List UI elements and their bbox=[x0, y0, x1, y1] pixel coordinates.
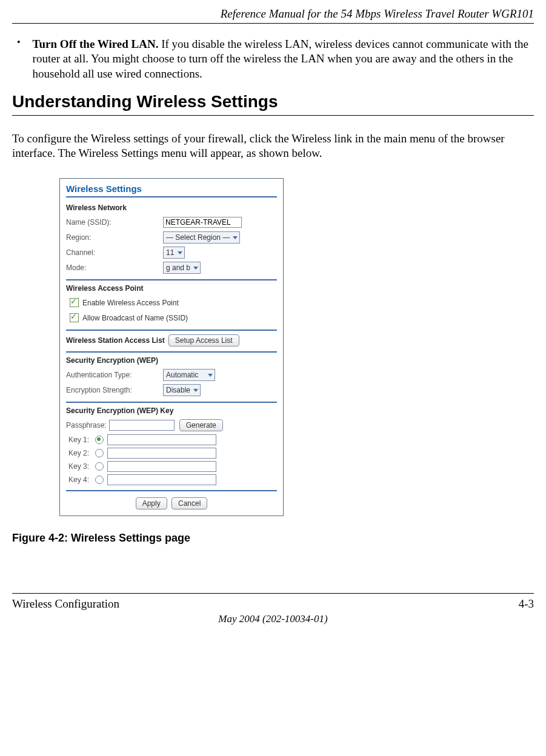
auth-row: Authentication Type: Automatic bbox=[66, 368, 277, 382]
ssid-input[interactable] bbox=[163, 217, 242, 228]
enable-ap-row: Enable Wireless Access Point bbox=[66, 296, 277, 310]
key2-radio[interactable] bbox=[95, 449, 104, 457]
wep-key-heading: Security Encryption (WEP) Key bbox=[66, 406, 277, 415]
bullet-item: • Turn Off the Wired LAN. If you disable… bbox=[17, 37, 534, 81]
bullet-title: Turn Off the Wired LAN. bbox=[33, 38, 159, 50]
auth-label: Authentication Type: bbox=[66, 371, 163, 379]
section-rule bbox=[12, 115, 534, 116]
ssid-row: Name (SSID): bbox=[66, 216, 277, 229]
key4-radio[interactable] bbox=[95, 476, 104, 484]
enable-ap-checkbox[interactable] bbox=[70, 298, 79, 307]
key1-row: Key 1: bbox=[68, 434, 277, 445]
wep-heading: Security Encryption (WEP) bbox=[66, 356, 277, 365]
mode-row: Mode: g and b bbox=[66, 261, 277, 274]
sub-rule bbox=[66, 351, 277, 353]
passphrase-label: Passphrase: bbox=[66, 421, 107, 429]
access-point-heading: Wireless Access Point bbox=[66, 284, 277, 293]
figure-wrap: Wireless Settings Wireless Network Name … bbox=[59, 178, 534, 516]
figure-caption: Figure 4-2: Wireless Settings page bbox=[12, 532, 534, 545]
enc-label: Encryption Strength: bbox=[66, 386, 163, 394]
key3-label: Key 3: bbox=[68, 462, 95, 471]
sub-rule bbox=[66, 330, 277, 331]
key4-row: Key 4: bbox=[68, 474, 277, 485]
manual-title: Reference Manual for the 54 Mbps Wireles… bbox=[221, 7, 534, 20]
key-rows: Key 1: Key 2: Key 3: Key 4: bbox=[68, 434, 277, 485]
mode-label: Mode: bbox=[66, 264, 163, 272]
region-row: Region: — Select Region — bbox=[66, 231, 277, 244]
passphrase-row: Passphrase: Generate bbox=[66, 419, 277, 432]
ssid-label: Name (SSID): bbox=[66, 218, 163, 227]
blue-rule bbox=[66, 196, 277, 197]
sub-rule bbox=[66, 490, 277, 491]
key2-row: Key 2: bbox=[68, 448, 277, 459]
key1-label: Key 1: bbox=[68, 436, 95, 444]
key3-radio[interactable] bbox=[95, 462, 104, 471]
page-footer: Wireless Configuration 4-3 bbox=[12, 593, 534, 611]
apply-button[interactable]: Apply bbox=[136, 497, 167, 509]
wireless-network-heading: Wireless Network bbox=[66, 204, 277, 212]
auth-select[interactable]: Automatic bbox=[163, 369, 215, 381]
intro-paragraph: To configure the Wireless settings of yo… bbox=[12, 131, 534, 161]
ui-title: Wireless Settings bbox=[66, 184, 277, 194]
bullet-text: Turn Off the Wired LAN. If you disable t… bbox=[33, 37, 534, 81]
sub-rule bbox=[66, 279, 277, 280]
footer-page: 4-3 bbox=[519, 597, 534, 611]
bottom-buttons: Apply Cancel bbox=[66, 497, 277, 509]
key4-input[interactable] bbox=[107, 474, 216, 485]
key1-radio[interactable] bbox=[95, 436, 104, 444]
footer-dateline: May 2004 (202-10034-01) bbox=[12, 613, 534, 625]
router-ui-panel: Wireless Settings Wireless Network Name … bbox=[59, 178, 284, 516]
key2-input[interactable] bbox=[107, 448, 216, 459]
setup-access-list-button[interactable]: Setup Access List bbox=[168, 334, 239, 346]
channel-select[interactable]: 11 bbox=[163, 247, 185, 259]
enc-select[interactable]: Disable bbox=[163, 384, 201, 396]
footer-section: Wireless Configuration bbox=[12, 597, 119, 611]
broadcast-checkbox[interactable] bbox=[70, 313, 79, 322]
page-header: Reference Manual for the 54 Mbps Wireles… bbox=[12, 0, 534, 24]
key3-input[interactable] bbox=[107, 461, 216, 472]
region-label: Region: bbox=[66, 233, 163, 242]
section-heading: Understanding Wireless Settings bbox=[12, 92, 534, 111]
region-select[interactable]: — Select Region — bbox=[163, 231, 240, 244]
enc-row: Encryption Strength: Disable bbox=[66, 383, 277, 397]
broadcast-label: Allow Broadcast of Name (SSID) bbox=[82, 314, 188, 322]
key3-row: Key 3: bbox=[68, 461, 277, 472]
generate-button[interactable]: Generate bbox=[179, 419, 223, 431]
channel-row: Channel: 11 bbox=[66, 246, 277, 259]
broadcast-row: Allow Broadcast of Name (SSID) bbox=[66, 311, 277, 325]
mode-select[interactable]: g and b bbox=[163, 262, 201, 274]
sub-rule bbox=[66, 402, 277, 403]
key1-input[interactable] bbox=[107, 434, 216, 445]
cancel-button[interactable]: Cancel bbox=[171, 497, 207, 509]
station-access-row: Wireless Station Access List Setup Acces… bbox=[66, 334, 277, 346]
enable-ap-label: Enable Wireless Access Point bbox=[82, 299, 179, 307]
key2-label: Key 2: bbox=[68, 449, 95, 457]
key4-label: Key 4: bbox=[68, 476, 95, 484]
channel-label: Channel: bbox=[66, 248, 163, 257]
station-access-heading: Wireless Station Access List bbox=[66, 336, 165, 345]
passphrase-input[interactable] bbox=[109, 420, 175, 431]
bullet-marker: • bbox=[17, 37, 21, 81]
